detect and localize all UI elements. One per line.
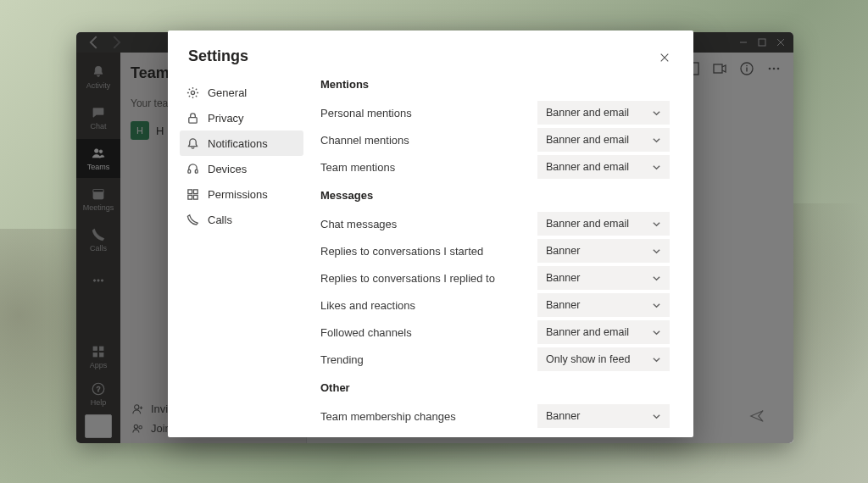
nav-general[interactable]: General <box>180 80 303 105</box>
dropdown-trending[interactable]: Only show in feed <box>537 347 670 371</box>
option-label: Trending <box>320 353 372 366</box>
dropdown-value: Banner <box>546 410 580 422</box>
svg-rect-26 <box>189 117 197 123</box>
option-team-mentions: Team mentions Banner and email <box>320 153 670 180</box>
dropdown-value: Banner <box>546 245 580 257</box>
dropdown-replies-i-replied[interactable]: Banner <box>537 266 670 290</box>
option-trending: Trending Only show in feed <box>320 346 670 373</box>
settings-dialog: Settings General Privacy Notifications D… <box>168 31 693 437</box>
dropdown-personal-mentions[interactable]: Banner and email <box>537 101 670 125</box>
dropdown-team-membership-changes[interactable]: Banner <box>537 404 670 428</box>
dropdown-value: Banner and email <box>546 107 629 119</box>
chevron-down-icon <box>652 274 661 283</box>
section-heading-mentions: Mentions <box>320 78 670 91</box>
dropdown-chat-messages[interactable]: Banner and email <box>537 212 670 236</box>
nav-permissions[interactable]: Permissions <box>180 181 303 207</box>
dialog-header: Settings <box>168 31 693 73</box>
option-label: Followed channels <box>320 326 420 339</box>
option-label: Personal mentions <box>320 107 420 119</box>
chevron-down-icon <box>652 328 661 337</box>
svg-rect-28 <box>195 169 198 173</box>
nav-label: Notifications <box>208 137 268 150</box>
bell-icon <box>186 137 199 150</box>
option-label: Channel mentions <box>320 134 418 147</box>
nav-label: Calls <box>208 214 232 226</box>
nav-label: Privacy <box>208 112 244 125</box>
svg-rect-31 <box>188 195 192 199</box>
settings-content: Mentions Personal mentions Banner and em… <box>310 73 693 437</box>
chevron-down-icon <box>652 108 661 118</box>
gear-icon <box>186 86 199 99</box>
option-label: Replies to conversations I replied to <box>320 272 504 285</box>
option-likes-reactions: Likes and reactions Banner <box>320 291 670 319</box>
svg-rect-30 <box>193 189 198 193</box>
svg-rect-32 <box>193 195 198 199</box>
chevron-down-icon <box>652 163 661 172</box>
nav-privacy[interactable]: Privacy <box>180 105 303 130</box>
dropdown-value: Banner <box>546 272 580 284</box>
dropdown-likes-reactions[interactable]: Banner <box>537 293 670 317</box>
chevron-down-icon <box>652 412 661 421</box>
dropdown-followed-channels[interactable]: Banner and email <box>537 320 670 344</box>
chevron-down-icon <box>652 247 661 256</box>
option-label: Replies to conversations I started <box>320 245 492 258</box>
dropdown-value: Banner and email <box>546 326 629 338</box>
svg-point-25 <box>191 91 194 94</box>
nav-notifications[interactable]: Notifications <box>180 130 303 156</box>
section-heading-other: Other <box>320 381 670 394</box>
option-label: Likes and reactions <box>320 299 424 312</box>
option-replies-i-started: Replies to conversations I started Banne… <box>320 237 670 264</box>
option-label: Chat messages <box>320 218 405 230</box>
chevron-down-icon <box>652 355 661 364</box>
settings-nav: General Privacy Notifications Devices Pe… <box>168 73 310 437</box>
dropdown-channel-mentions[interactable]: Banner and email <box>537 128 670 152</box>
dropdown-value: Banner and email <box>546 134 629 146</box>
option-team-membership-changes: Team membership changes Banner <box>320 402 670 430</box>
option-chat-messages: Chat messages Banner and email <box>320 210 670 237</box>
dropdown-value: Banner and email <box>546 161 629 173</box>
chevron-down-icon <box>652 136 661 145</box>
dropdown-value: Banner <box>546 299 580 311</box>
grid-icon <box>186 188 199 201</box>
option-replies-i-replied: Replies to conversations I replied to Ba… <box>320 264 670 291</box>
nav-label: Permissions <box>208 188 268 201</box>
phone-icon <box>186 214 199 226</box>
nav-devices[interactable]: Devices <box>180 156 303 181</box>
nav-calls[interactable]: Calls <box>180 207 303 232</box>
lock-icon <box>186 112 199 125</box>
close-icon <box>659 53 670 63</box>
option-label: Team mentions <box>320 161 403 174</box>
svg-rect-29 <box>188 189 192 193</box>
dialog-title: Settings <box>188 47 248 65</box>
option-label: Team membership changes <box>320 410 465 423</box>
section-heading-messages: Messages <box>320 189 670 202</box>
chevron-down-icon <box>652 219 661 229</box>
option-personal-mentions: Personal mentions Banner and email <box>320 99 670 126</box>
headset-icon <box>186 163 199 175</box>
svg-rect-27 <box>188 169 191 173</box>
dropdown-team-mentions[interactable]: Banner and email <box>537 155 670 179</box>
nav-label: Devices <box>208 163 247 175</box>
option-channel-mentions: Channel mentions Banner and email <box>320 126 670 153</box>
close-button[interactable] <box>654 47 675 68</box>
dropdown-value: Banner and email <box>546 218 629 230</box>
dropdown-value: Only show in feed <box>546 353 630 365</box>
chevron-down-icon <box>652 301 661 310</box>
nav-label: General <box>208 86 247 99</box>
dropdown-replies-i-started[interactable]: Banner <box>537 239 670 263</box>
option-followed-channels: Followed channels Banner and email <box>320 319 670 346</box>
